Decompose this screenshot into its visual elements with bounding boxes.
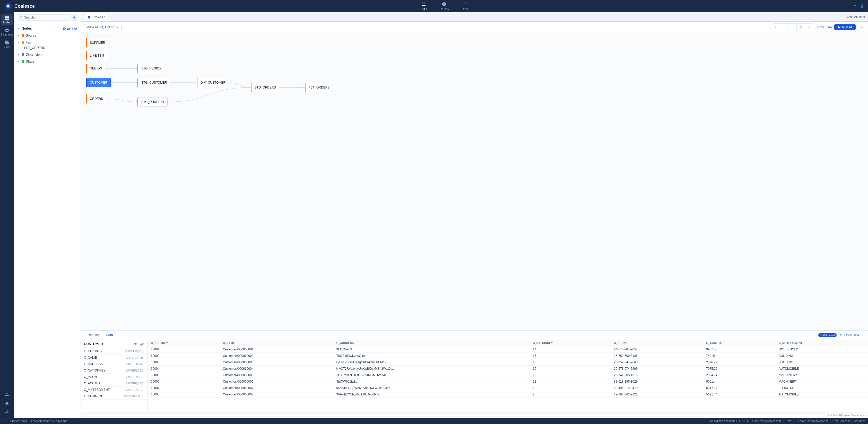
node-region[interactable]: REGION	[86, 64, 105, 73]
table-cell: MACHINERY	[776, 372, 868, 379]
table-cell: FURNITURE	[776, 385, 868, 391]
left-data-row[interactable]: C_ADDRESSVARCHAR(40)	[81, 361, 148, 367]
column-name: C_NAME	[84, 356, 126, 359]
bottom-status: Fetched 100 rows 3 days ago	[81, 413, 868, 418]
table-cell: 12	[530, 385, 611, 391]
zoom-in-button[interactable]: +	[789, 24, 797, 31]
table-cell: 9957.56	[703, 346, 776, 353]
table-row: 60002Customer#000060002ThGBMjDwKzkoOxhz1…	[148, 353, 868, 359]
table-header[interactable]: C_ADDRESS	[333, 340, 530, 346]
node-stg-orders[interactable]: STG_ORDERS	[251, 83, 279, 92]
status-bar-right: Snowflake Account: 11111111 User: test@c…	[710, 419, 865, 422]
nav-deploy[interactable]: Deploy	[438, 1, 451, 12]
left-data-row[interactable]: C_PHONEVARCHAR(15)	[81, 374, 148, 380]
sidebar-item-alert[interactable]	[1, 391, 13, 398]
table-cell: 3isiXW651fa8p	[333, 379, 530, 385]
branch-label: Branch: main	[10, 419, 27, 422]
table-row: 60001Customer#0000600019li4zQn9cX1424-67…	[148, 346, 868, 353]
node-customer[interactable]: CUSTOMER	[86, 78, 111, 87]
view-as-dropdown[interactable]: View as Graph	[84, 24, 122, 30]
graph-toolbar: View as Graph ↺ − + ⊞ ⤢ Show Filter Run	[81, 22, 868, 33]
left-data-row[interactable]: C_MKTSEGMENTVARCHAR(10)	[81, 387, 148, 393]
table-header[interactable]: C_MKTSEGMENT	[776, 340, 868, 346]
sidebar-item-jobs[interactable]: Jobs	[1, 39, 13, 50]
tab-results[interactable]: Results	[84, 331, 102, 339]
show-filter-button[interactable]: Show Filter	[815, 25, 832, 29]
nav-docs[interactable]: Docs	[460, 1, 470, 12]
table-header[interactable]: C_CUSTKEY	[148, 340, 220, 346]
sidebar-item-nodes[interactable]: Nodes	[1, 14, 13, 26]
left-data-row[interactable]: C_CUSTKEYNUMBER(38,0)	[81, 348, 148, 355]
table-row: 60006Customer#0000600063isiXW651fa8p2232…	[148, 379, 868, 385]
tree-section-stage: Stage	[14, 58, 81, 65]
fetch-data-button[interactable]: Fetch Data	[840, 333, 859, 337]
table-header[interactable]: C_ACCTBAL	[703, 340, 776, 346]
expand-panel-button[interactable]: ⌄	[862, 333, 865, 337]
sidebar-item-subgraphs[interactable]: Subgraphs	[1, 27, 13, 38]
table-header[interactable]: C_PHONE	[611, 340, 703, 346]
zoom-out-button[interactable]: −	[781, 24, 788, 31]
node-lineitem[interactable]: LINEITEM	[86, 51, 107, 60]
user-icon[interactable]: 👤	[860, 4, 864, 8]
table-cell: 22	[530, 379, 611, 385]
table-header[interactable]: C_NATIONKEY	[530, 340, 611, 346]
table-cell: Ed.hbPtTXMTAsgGhCr4HuTzK,Md2	[333, 359, 530, 366]
left-data-row[interactable]: C_NATIONKEYNUMBER(38,0)	[81, 367, 148, 374]
graph-canvas[interactable]: SUPPLIER LINEITEM REGION STG_REGION CUST…	[81, 33, 868, 330]
browser-tab[interactable]: Browser	[84, 13, 108, 21]
table-cell: 60005	[148, 372, 220, 379]
more-options-button[interactable]: ⋯	[858, 24, 865, 31]
column-type: VARCHAR(10)	[126, 388, 145, 391]
tree-section-fact-header[interactable]: Fact	[14, 39, 81, 45]
data-table-container[interactable]: C_CUSTKEYC_NAMEC_ADDRESSC_NATIONKEYC_PHO…	[148, 340, 868, 413]
tree-item-fct-orders[interactable]: FCT_ORDERS	[14, 45, 81, 51]
table-cell: 9051.4	[703, 379, 776, 385]
expand-all-button[interactable]: Expand All	[63, 27, 78, 30]
validated-badge: 1 Validated	[818, 333, 837, 337]
help-icon[interactable]: ?	[854, 4, 856, 8]
table-row: 60008Customer#0000600083VteHZYOfbqQioA96…	[148, 391, 868, 398]
table-cell: Customer#000060003	[220, 359, 333, 366]
zoom-refresh-button[interactable]: ↺	[773, 24, 780, 31]
left-data-header: CUSTOMER Data Type	[81, 340, 148, 348]
zoom-fullscreen-button[interactable]: ⤢	[806, 24, 813, 31]
node-orders[interactable]: ORDERS	[86, 94, 106, 103]
table-cell: 26-859-847-7640	[611, 359, 703, 366]
svg-rect-5	[5, 19, 7, 20]
table-cell: Customer#000060002	[220, 353, 333, 359]
left-data-row[interactable]: C_ACCTBALNUMBER(12,2)	[81, 380, 148, 387]
app-logo[interactable]: Coalesce	[4, 2, 35, 10]
chevron-down-icon	[17, 27, 20, 30]
node-dim-customer[interactable]: DIM_CUSTOMER	[197, 78, 229, 87]
fact-color-dot	[22, 41, 24, 44]
node-fct-orders[interactable]: FCT_ORDERS	[305, 83, 333, 92]
tree-section-source-header[interactable]: Source	[14, 32, 81, 38]
left-data-row[interactable]: C_NAMEVARCHAR(25)	[81, 355, 148, 361]
column-type: VARCHAR(15)	[126, 376, 145, 379]
node-stg-region[interactable]: STG_REGION	[137, 64, 165, 73]
tree-section-stage-header[interactable]: Stage	[14, 58, 81, 64]
tree-section-source: Source	[14, 32, 81, 39]
table-cell: 60008	[148, 391, 220, 398]
add-node-button[interactable]: +	[71, 14, 78, 21]
sidebar-item-diamond[interactable]	[1, 399, 13, 407]
node-supplier[interactable]: SUPPLIER	[86, 38, 108, 47]
search-box[interactable]	[17, 14, 71, 21]
table-header[interactable]: C_NAME	[220, 340, 333, 346]
nav-build[interactable]: Build	[418, 1, 429, 12]
nodes-section-title: Nodes Expand All	[14, 25, 81, 32]
zoom-fit-button[interactable]: ⊞	[798, 24, 805, 31]
close-all-tabs-button[interactable]: Close All Tabs	[846, 15, 865, 19]
sidebar-item-settings[interactable]	[1, 408, 13, 416]
tree-section-dimension-header[interactable]: Dimension	[14, 52, 81, 57]
run-all-button[interactable]: Run All	[834, 24, 856, 30]
node-stg-customer[interactable]: STG_CUSTOMER	[137, 78, 170, 87]
left-data-row[interactable]: C_COMMENTVARCHAR(117)	[81, 393, 148, 399]
search-input[interactable]	[24, 16, 69, 19]
column-name: C_NATIONKEY	[84, 369, 125, 372]
left-data-table: C_CUSTKEYNUMBER(38,0)C_NAMEVARCHAR(25)C_…	[81, 348, 148, 413]
tab-data[interactable]: Data	[102, 331, 116, 339]
node-stg-orders1[interactable]: STG_ORDERS1	[137, 97, 167, 106]
table-cell: 10	[530, 366, 611, 372]
node-sidebar: + Nodes Expand All Source Fact	[14, 12, 81, 418]
